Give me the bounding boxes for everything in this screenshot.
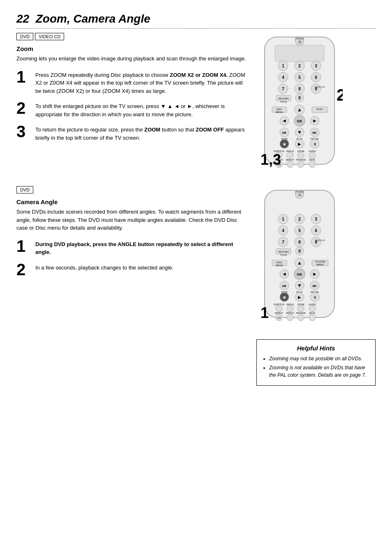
svg-text:MUTE: MUTE [309,159,316,161]
title-rule [16,28,376,29]
zoom-left: DVD VIDEO CD Zoom Zooming lets you enlar… [16,33,248,174]
svg-text:SYST: SYST [316,108,323,111]
svg-text:TITLE: TITLE [280,254,287,256]
svg-text:RETURN: RETURN [279,97,289,100]
svg-text:5: 5 [298,75,301,80]
svg-text:⏻: ⏻ [298,193,302,197]
svg-point-72 [297,161,304,168]
svg-text:1: 1 [282,64,284,68]
camera-step-2-number: 2 [16,261,31,278]
svg-rect-1 [275,45,324,62]
svg-text:PREVIEW: PREVIEW [296,159,305,161]
camera-title: Camera Angle [16,198,248,205]
svg-text:PREVIEW: PREVIEW [296,312,305,314]
svg-text:REPEAT: REPEAT [275,312,283,314]
svg-text:RETURN: RETURN [279,251,289,253]
svg-text:0: 0 [298,249,301,253]
svg-text:6: 6 [315,75,317,80]
svg-point-148 [309,314,316,321]
svg-point-63 [297,152,304,159]
zoom-badges: DVD VIDEO CD [16,33,248,40]
helpful-hint-item-1: Zooming may not be possible on all DVDs. [269,355,369,362]
svg-point-146 [287,314,293,321]
svg-text:DISPLAY: DISPLAY [315,239,325,242]
zoom-description: Zooming lets you enlarge the video image… [16,55,248,63]
svg-text:⏭: ⏭ [313,130,317,135]
chapter-title: Zoom, Camera Angle [36,12,150,25]
svg-text:MENU: MENU [316,263,324,266]
svg-text:⏸: ⏸ [313,142,317,146]
svg-text:4: 4 [282,75,284,80]
svg-text:2: 2 [298,64,301,68]
zoom-step-2-text: To shift the enlarged picture on the TV … [35,100,248,118]
svg-point-64 [309,152,316,159]
svg-text:3: 3 [315,64,317,68]
svg-text:►: ► [312,118,317,124]
helpful-hints-title: Helpful Hints [263,345,369,352]
zoom-step-3-number: 3 [16,123,31,140]
svg-text:MUTE: MUTE [309,312,316,314]
zoom-title: Zoom [16,45,248,52]
svg-text:REPEAT: REPEAT [286,159,294,161]
zoom-step-3: 3 To return the picture to regular size,… [16,123,248,142]
svg-text:POWER: POWER [295,37,304,40]
svg-text:2: 2 [337,86,343,104]
zoom-remote-container: ⏻ POWER 1 2 3 4 5 6 7 8 [256,33,376,174]
svg-text:◄: ◄ [282,271,287,277]
svg-text:POWER: POWER [295,191,304,193]
svg-text:■: ■ [283,142,286,146]
svg-text:▶: ▶ [298,295,301,299]
zoom-section: DVD VIDEO CD Zoom Zooming lets you enlar… [16,33,376,174]
camera-step-1: 1 During DVD playback, press the ANGLE b… [16,238,248,256]
page-title: 22 Zoom, Camera Angle [16,12,376,28]
zoom-step-1-number: 1 [16,69,31,85]
svg-text:◄: ◄ [282,118,287,124]
svg-text:1: 1 [282,217,284,221]
camera-badges: DVD [16,186,248,193]
svg-text:7: 7 [282,240,284,244]
camera-remote-svg: ⏻ POWER 1 2 3 4 5 6 [256,186,343,326]
svg-point-138 [297,305,304,312]
svg-text:8: 8 [298,240,301,244]
svg-text:▲: ▲ [297,107,302,113]
svg-text:A-B: A-B [277,317,281,319]
camera-step-2-text: In a few seconds, playback changes to th… [35,261,173,272]
svg-text:■: ■ [283,295,286,299]
zoom-step-2: 2 To shift the enlarged picture on the T… [16,100,248,118]
badge-videocd: VIDEO CD [35,33,64,40]
zoom-step-3-text: To return the picture to regular size, p… [35,123,248,142]
camera-step-1-number: 1 [16,238,31,254]
svg-text:OK: OK [297,119,302,123]
svg-text:2: 2 [298,217,301,221]
svg-text:0: 0 [298,96,301,100]
helpful-hints-wrapper: Helpful Hints Zooming may not be possibl… [16,331,376,386]
svg-text:▲: ▲ [297,260,302,266]
svg-text:⏮: ⏮ [282,283,286,288]
camera-badge-dvd: DVD [16,186,33,193]
svg-point-147 [297,314,304,321]
svg-text:REPEAT: REPEAT [286,312,294,314]
helpful-hint-item-2: Zooming is not available on DVDs that ha… [269,364,369,379]
svg-text:⏭: ⏭ [313,283,317,288]
svg-text:8: 8 [298,87,301,91]
svg-text:DISC: DISC [277,261,283,264]
svg-text:⏸: ⏸ [313,295,317,299]
svg-text:MENU: MENU [276,111,283,113]
svg-point-62 [287,152,293,159]
camera-left: DVD Camera Angle Some DVDs include scene… [16,186,248,327]
zoom-remote-step-label: 1,3 [261,151,281,168]
svg-text:4: 4 [282,228,284,233]
svg-text:SYSTEM: SYSTEM [315,260,325,263]
camera-remote-step-label: 1 [261,304,269,322]
svg-text:DISPLAY: DISPLAY [315,86,325,88]
svg-text:5: 5 [298,228,301,233]
camera-step-2: 2 In a few seconds, playback changes to … [16,261,248,278]
helpful-hints-box: Helpful Hints Zooming may not be possibl… [256,339,376,386]
zoom-step-2-number: 2 [16,100,31,116]
svg-point-136 [276,305,282,312]
svg-text:⏻: ⏻ [298,40,302,44]
camera-description: Some DVDs include scenes recorded from d… [16,208,248,232]
page-number: 22 [16,12,29,25]
zoom-step-1-text: Press ZOOM repeatedly during Disc playba… [35,69,248,95]
svg-text:►: ► [312,271,317,277]
